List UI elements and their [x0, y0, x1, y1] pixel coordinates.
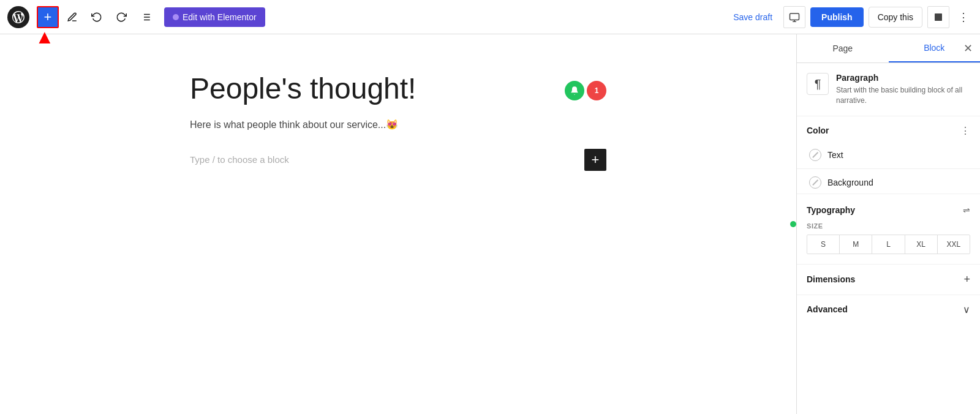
size-buttons: S M L XL XXL — [807, 235, 970, 254]
settings-icon[interactable] — [927, 6, 949, 28]
undo-button[interactable] — [86, 6, 108, 28]
copy-this-button[interactable]: Copy this — [869, 7, 922, 28]
color-section: Color ⋮ Text Background — [797, 116, 980, 194]
elementor-dot — [173, 14, 179, 20]
user-avatars: 1 — [565, 81, 606, 100]
editor-area: 1 People's thought! Here is what people … — [0, 34, 796, 414]
avatar-green — [565, 81, 584, 100]
text-color-circle — [809, 149, 821, 161]
block-info-text: Paragraph Start with the basic building … — [836, 73, 970, 106]
color-section-header: Color ⋮ — [797, 116, 980, 144]
post-body[interactable]: Here is what people think about our serv… — [190, 119, 606, 130]
save-draft-button[interactable]: Save draft — [727, 7, 778, 27]
main-layout: 1 People's thought! Here is what people … — [0, 34, 980, 414]
block-title: Paragraph — [836, 73, 970, 83]
edit-elementor-button[interactable]: Edit with Elementor — [164, 7, 265, 27]
size-label: SIZE — [807, 222, 970, 230]
post-title[interactable]: People's thought! — [190, 71, 606, 107]
inline-add-block-button[interactable]: + — [584, 149, 606, 171]
edit-elementor-label: Edit with Elementor — [183, 12, 257, 22]
advanced-title: Advanced — [807, 304, 848, 314]
sidebar-tabs: Page Block ✕ — [797, 34, 980, 63]
background-color-label: Background — [827, 178, 873, 187]
add-block-button[interactable]: + — [37, 6, 59, 28]
red-arrow-indicator: ▲ — [35, 27, 55, 47]
background-color-option[interactable]: Background — [797, 171, 980, 194]
pencil-icon[interactable] — [61, 6, 83, 28]
svg-rect-6 — [790, 13, 799, 20]
dimensions-title: Dimensions — [807, 274, 855, 284]
toolbar: + ▲ Edit with Elementor Save draft Publi… — [0, 0, 980, 34]
color-section-title: Color — [807, 126, 829, 135]
more-options-icon[interactable]: ⋮ — [954, 10, 973, 24]
color-more-icon[interactable]: ⋮ — [960, 125, 970, 137]
text-color-label: Text — [827, 150, 843, 160]
size-l-button[interactable]: L — [872, 235, 905, 254]
background-color-circle — [809, 176, 821, 189]
typography-section: Typography ⇌ SIZE S M L XL XXL — [797, 194, 980, 264]
size-s-button[interactable]: S — [807, 235, 840, 254]
placeholder-text[interactable]: Type / to choose a block — [190, 154, 289, 165]
size-m-button[interactable]: M — [840, 235, 872, 254]
color-divider — [797, 168, 980, 169]
text-color-option[interactable]: Text — [797, 144, 980, 166]
sidebar: Page Block ✕ ¶ Paragraph Start with the … — [796, 34, 980, 414]
size-xl-button[interactable]: XL — [905, 235, 938, 254]
green-dot-indicator — [790, 221, 796, 227]
editor-content: 1 People's thought! Here is what people … — [190, 71, 606, 171]
block-info: ¶ Paragraph Start with the basic buildin… — [797, 63, 980, 116]
monitor-icon[interactable] — [783, 6, 805, 28]
tab-page[interactable]: Page — [797, 34, 889, 62]
new-block-row: Type / to choose a block + — [190, 149, 606, 171]
redo-button[interactable] — [110, 6, 132, 28]
wp-logo — [7, 6, 29, 28]
toolbar-right: Save draft Publish Copy this ⋮ — [727, 6, 973, 28]
size-section: SIZE S M L XL XXL — [797, 220, 980, 262]
avatar-red: 1 — [587, 81, 606, 100]
list-view-button[interactable] — [135, 6, 157, 28]
sidebar-close-button[interactable]: ✕ — [963, 42, 973, 55]
block-description: Start with the basic building block of a… — [836, 85, 970, 106]
advanced-section[interactable]: Advanced ∨ — [797, 295, 980, 324]
dimensions-section: Dimensions + — [797, 264, 980, 295]
advanced-chevron-icon: ∨ — [963, 304, 970, 315]
publish-button[interactable]: Publish — [810, 7, 864, 27]
size-xxl-button[interactable]: XXL — [938, 235, 970, 254]
paragraph-icon: ¶ — [807, 73, 829, 95]
typography-title: Typography — [807, 205, 855, 215]
typography-header: Typography ⇌ — [797, 197, 980, 220]
dimensions-add-icon[interactable]: + — [963, 273, 970, 286]
typography-tune-icon[interactable]: ⇌ — [963, 205, 970, 215]
svg-rect-9 — [935, 13, 942, 21]
